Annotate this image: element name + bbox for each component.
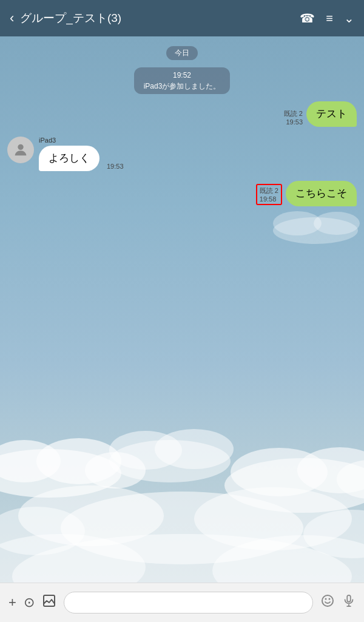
input-toolbar: + ⊙: [0, 583, 364, 622]
phone-icon[interactable]: ☎: [300, 11, 315, 25]
system-time: 19:52: [173, 71, 191, 79]
avatar-ipad3: [7, 137, 34, 163]
chat-title: グループ_テスト(3): [20, 10, 300, 26]
chat-background: 今日 19:52 iPad3が参加しました。 既読 2 19:53 テスト iP: [0, 36, 364, 583]
read-receipt-3-highlighted: 既読 2 19:58: [256, 184, 282, 205]
msg-meta-1: 既読 2 19:53: [284, 109, 303, 126]
msg-meta-2: 19:53: [107, 163, 124, 170]
sender-name-2: iPad3: [39, 137, 127, 144]
message-row-1: 既読 2 19:53 テスト: [7, 101, 357, 127]
read-receipt-1: 既読 2: [284, 109, 303, 118]
msg-content-2: iPad3 よろしく 19:53: [39, 137, 127, 171]
header-icons: ☎ ≡ ⌄: [300, 11, 354, 25]
emoji-button[interactable]: [320, 593, 335, 612]
time-1: 19:53: [286, 118, 303, 126]
svg-point-24: [322, 595, 333, 606]
bubble-2: よろしく: [39, 146, 99, 171]
camera-button[interactable]: ⊙: [24, 595, 35, 610]
menu-icon[interactable]: ≡: [326, 12, 333, 25]
image-button[interactable]: [42, 593, 56, 612]
message-row-3: 既読 2 19:58 こちらこそ: [7, 181, 357, 206]
time-2: 19:53: [107, 163, 124, 170]
bubble-3: こちらこそ: [286, 181, 357, 206]
time-3: 19:58: [260, 195, 277, 203]
message-input[interactable]: [64, 592, 313, 614]
svg-rect-27: [347, 595, 351, 602]
plus-button[interactable]: +: [8, 595, 16, 610]
message-row-2: iPad3 よろしく 19:53: [7, 137, 357, 171]
chat-header: ‹ グループ_テスト(3) ☎ ≡ ⌄: [0, 0, 364, 36]
back-button[interactable]: ‹: [10, 10, 14, 26]
date-label: 今日: [166, 46, 198, 60]
mic-button[interactable]: [342, 594, 356, 611]
svg-point-22: [18, 144, 23, 150]
read-text-3: 既読 2: [260, 187, 278, 194]
msg-meta-3: 既読 2 19:58: [256, 184, 282, 205]
messages-container: 今日 19:52 iPad3が参加しました。 既読 2 19:53 テスト iP: [0, 36, 364, 583]
bubble-1: テスト: [306, 101, 357, 127]
chevron-down-icon[interactable]: ⌄: [344, 11, 354, 25]
system-message: 19:52 iPad3が参加しました。: [134, 67, 231, 94]
system-text: iPad3が参加しました。: [144, 82, 221, 90]
